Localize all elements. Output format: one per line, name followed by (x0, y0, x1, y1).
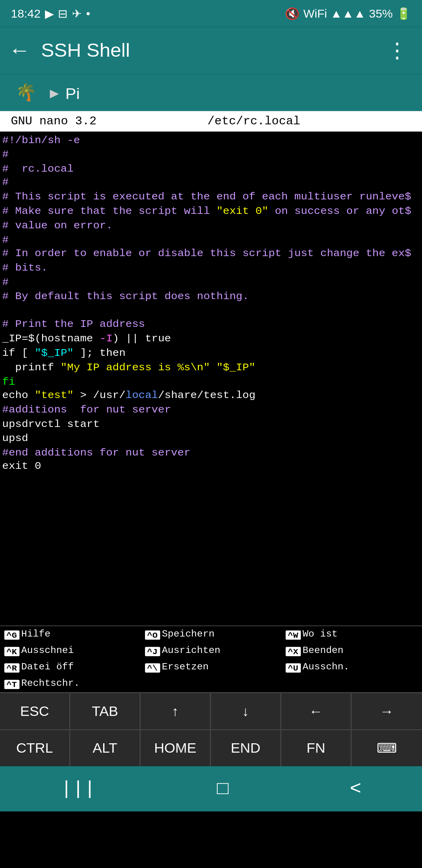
esc-key[interactable]: ESC (0, 693, 70, 729)
code-line-10: # bits. (2, 262, 420, 276)
nano-key-u: ^U (286, 663, 300, 672)
code-line-16: if [ "$_IP" ]; then (2, 346, 420, 360)
nano-cmd-justify[interactable]: ^J Ausrichten (141, 643, 281, 659)
nano-cmd-exit[interactable]: ^X Beenden (281, 643, 422, 659)
telegram-icon: ✈ (72, 7, 82, 20)
up-key[interactable]: ↑ (141, 693, 211, 729)
dot-indicator: • (86, 7, 90, 20)
end-key[interactable]: END (211, 730, 281, 766)
nano-cmd-cut[interactable]: ^K Ausschnei (0, 643, 141, 659)
code-line-1: #!/bin/sh -e (2, 134, 420, 148)
code-line-24: exit 0 (2, 460, 420, 474)
nano-label-save: Speichern (162, 629, 215, 640)
nano-label-help: Hilfe (21, 629, 50, 640)
battery-display: 35% (369, 7, 393, 20)
nano-titlebar: GNU nano 3.2 /etc/rc.local (0, 111, 422, 132)
app-bar: ← SSH Shell ⋮ (0, 27, 422, 74)
mute-icon: 🔇 (285, 7, 300, 20)
nano-cmd-spell[interactable]: ^T Rechtschr. (0, 676, 141, 692)
battery-icon: 🔋 (396, 7, 411, 20)
status-bar: 18:42 ▶ ⊟ ✈ • 🔇 WiFi ▲▲▲ 35% 🔋 (0, 0, 422, 27)
code-line-20: #additions for nut server (2, 403, 420, 417)
nano-key-r: ^R (4, 663, 19, 672)
code-line-3: # rc.local (2, 162, 420, 176)
nano-cmd-replace[interactable]: ^\ Ersetzen (141, 659, 281, 676)
code-line-5: # This script is executed at the end of … (2, 190, 420, 204)
status-left: 18:42 ▶ ⊟ ✈ • (11, 7, 90, 20)
nano-label-justify: Ausrichten (162, 646, 220, 656)
left-key[interactable]: ← (281, 693, 352, 729)
nano-commands: ^G Hilfe ^O Speichern ^W Wo ist ^K Aussc… (0, 625, 422, 692)
nav-bar: ||| □ < (0, 766, 422, 812)
modifier-keys-row: CTRL ALT HOME END FN ⌨ (0, 729, 422, 766)
nano-cmd-open[interactable]: ^R Datei öff (0, 659, 141, 676)
nano-cmd-save[interactable]: ^O Speichern (141, 626, 281, 643)
terminal-content[interactable]: #!/bin/sh -e # # rc.local # # This scrip… (0, 132, 422, 626)
signal-icon: ▲▲▲ (330, 7, 365, 20)
app-title: SSH Shell (41, 39, 386, 61)
nano-label-cut: Ausschnei (21, 646, 74, 656)
nano-key-t: ^T (4, 679, 19, 689)
back-nav-button[interactable]: < (328, 775, 383, 803)
code-line-9: # In order to enable or disable this scr… (2, 247, 420, 261)
ctrl-key[interactable]: CTRL (0, 730, 70, 766)
code-line-17: printf "My IP address is %s\n" "$_IP" (2, 361, 420, 375)
nano-label-open: Datei öff (21, 662, 74, 673)
right-key[interactable]: → (352, 693, 422, 729)
breadcrumb-arrow: ▶ (50, 84, 59, 101)
home-button[interactable]: □ (195, 775, 250, 803)
code-line-6: # Make sure that the script will "exit 0… (2, 204, 420, 219)
breadcrumb: 🌴 ▶ Pi (0, 74, 422, 111)
nano-key-j: ^J (145, 646, 160, 656)
nano-label-where: Wo ist (302, 629, 338, 640)
nano-label-replace: Ersetzen (162, 662, 209, 673)
nano-label-exit: Beenden (302, 646, 343, 656)
time-display: 18:42 (11, 7, 41, 20)
special-keys-row: ESC TAB ↑ ↓ ← → (0, 692, 422, 729)
code-line-18: fi (2, 375, 420, 389)
status-right: 🔇 WiFi ▲▲▲ 35% 🔋 (285, 7, 411, 20)
nano-key-x: ^X (286, 646, 300, 656)
nano-key-k: ^K (4, 646, 19, 656)
breadcrumb-label: Pi (65, 84, 80, 101)
nano-label-paste: Ausschn. (302, 662, 349, 673)
tab-key[interactable]: TAB (70, 693, 141, 729)
code-line-2: # (2, 148, 420, 162)
nano-cmd-help[interactable]: ^G Hilfe (0, 626, 141, 643)
home-key[interactable]: HOME (141, 730, 211, 766)
nano-version: GNU nano 3.2 (11, 115, 97, 128)
code-line-7: # value on error. (2, 219, 420, 233)
code-line-15: _IP=$(hostname -I) || true (2, 332, 420, 346)
down-key[interactable]: ↓ (211, 693, 281, 729)
nano-key-g: ^G (4, 630, 19, 639)
host-icon: 🌴 (15, 82, 37, 103)
code-line-13 (2, 304, 420, 318)
gallery-icon: ⊟ (58, 7, 68, 20)
recent-apps-button[interactable]: ||| (39, 775, 118, 803)
fn-key[interactable]: FN (281, 730, 352, 766)
nano-cmd-paste[interactable]: ^U Ausschn. (281, 659, 422, 676)
nano-key-backslash: ^\ (145, 663, 160, 672)
menu-button[interactable]: ⋮ (386, 38, 409, 63)
code-line-14: # Print the IP address (2, 318, 420, 332)
alt-key[interactable]: ALT (70, 730, 141, 766)
code-line-11: # (2, 276, 420, 290)
keyboard-icon[interactable]: ⌨ (352, 730, 422, 766)
nano-key-o: ^O (145, 630, 160, 639)
nano-key-w: ^W (286, 630, 300, 639)
nano-label-spell: Rechtschr. (21, 679, 80, 689)
nano-cmd-where[interactable]: ^W Wo ist (281, 626, 422, 643)
wifi-icon: WiFi (303, 7, 327, 20)
youtube-icon: ▶ (45, 7, 54, 20)
code-line-12: # By default this script does nothing. (2, 290, 420, 304)
code-line-23: #end additions for nut server (2, 446, 420, 460)
nano-filename: /etc/rc.local (207, 115, 300, 128)
code-line-21: upsdrvctl start (2, 418, 420, 432)
code-line-4: # (2, 176, 420, 190)
back-button[interactable]: ← (13, 39, 26, 62)
code-line-19: echo "test" > /usr/local/share/test.log (2, 389, 420, 403)
code-line-8: # (2, 233, 420, 247)
code-line-22: upsd (2, 432, 420, 446)
